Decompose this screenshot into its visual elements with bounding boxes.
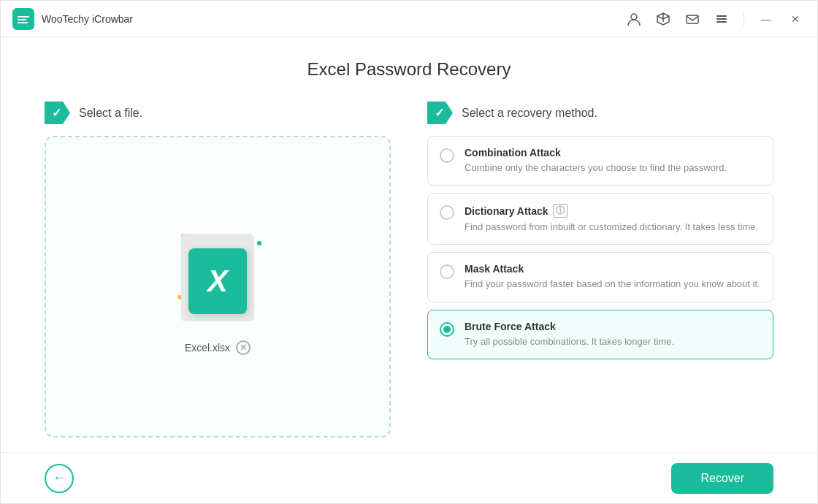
svg-rect-4 (687, 15, 698, 23)
titlebar-actions: — ✕ (624, 9, 806, 29)
close-button[interactable]: ✕ (785, 9, 806, 29)
back-button[interactable]: ← (45, 464, 74, 493)
method-info-dictionary: Dictionary AttackⓘFind password from inb… (465, 204, 758, 234)
radio-dictionary[interactable] (440, 205, 454, 220)
method-card-brute[interactable]: Brute Force AttackTry all possible combi… (427, 310, 773, 359)
main-content: Excel Password Recovery ✓ Select a file. (1, 37, 817, 452)
excel-icon: X (188, 248, 247, 314)
remove-file-button[interactable]: ✕ (236, 340, 251, 355)
right-panel: ✓ Select a recovery method. Combination … (427, 102, 773, 438)
app-window: WooTechy iCrowbar (0, 0, 818, 504)
method-desc-combination: Combine only the characters you choose t… (465, 161, 727, 175)
file-name-row: Excel.xlsx ✕ (185, 340, 251, 355)
app-logo (12, 8, 34, 30)
footer: ← Recover (1, 452, 817, 503)
svg-rect-2 (18, 22, 28, 23)
svg-rect-5 (716, 15, 727, 17)
method-card-combination[interactable]: Combination AttackCombine only the chara… (427, 136, 773, 186)
radio-mask[interactable] (440, 264, 454, 279)
method-title-dictionary: Dictionary Attackⓘ (465, 204, 758, 218)
titlebar-divider (744, 12, 744, 26)
svg-rect-7 (716, 21, 727, 23)
left-panel: ✓ Select a file. (45, 102, 391, 438)
method-info-mask: Mask AttackFind your password faster bas… (465, 263, 760, 291)
method-title-combination: Combination Attack (465, 147, 727, 159)
mail-icon[interactable] (682, 9, 703, 29)
file-illustration: X (167, 219, 269, 329)
right-section-header: ✓ Select a recovery method. (427, 102, 773, 124)
method-desc-mask: Find your password faster based on the i… (465, 278, 760, 291)
right-step-badge: ✓ (427, 102, 453, 124)
method-desc-brute: Try all possible combinations. It takes … (465, 335, 674, 348)
method-info-combination: Combination AttackCombine only the chara… (465, 147, 727, 175)
method-card-dictionary[interactable]: Dictionary AttackⓘFind password from inb… (427, 193, 773, 245)
method-card-mask[interactable]: Mask AttackFind your password faster bas… (427, 252, 773, 302)
info-icon-dictionary[interactable]: ⓘ (553, 204, 567, 218)
svg-rect-1 (18, 19, 26, 20)
dot-tr (257, 241, 261, 245)
left-section-header: ✓ Select a file. (45, 102, 391, 124)
svg-rect-0 (18, 16, 29, 18)
app-title: WooTechy iCrowbar (42, 13, 624, 25)
person-icon[interactable] (624, 9, 644, 29)
main-row: ✓ Select a file. (45, 102, 773, 438)
radio-combination[interactable] (440, 148, 454, 163)
cube-icon[interactable] (653, 9, 673, 29)
recover-button[interactable]: Recover (671, 463, 773, 494)
left-step-badge: ✓ (45, 102, 70, 124)
file-name: Excel.xlsx (185, 342, 230, 354)
minimize-button[interactable]: — (756, 9, 776, 29)
radio-brute[interactable] (440, 322, 454, 337)
svg-point-3 (631, 14, 637, 20)
radio-inner-brute (443, 326, 451, 333)
right-section-label: Select a recovery method. (462, 107, 597, 120)
left-section-label: Select a file. (79, 107, 142, 120)
method-title-mask: Mask Attack (465, 263, 760, 275)
svg-rect-6 (716, 18, 727, 20)
method-desc-dictionary: Find password from inbuilt or customized… (465, 221, 758, 234)
titlebar: WooTechy iCrowbar (1, 1, 817, 37)
methods-container: Combination AttackCombine only the chara… (427, 136, 773, 367)
file-drop-zone[interactable]: X Excel.xlsx ✕ (45, 136, 391, 438)
page-title: Excel Password Recovery (45, 59, 773, 80)
method-title-brute: Brute Force Attack (465, 321, 674, 332)
method-info-brute: Brute Force AttackTry all possible combi… (465, 321, 674, 348)
menu-icon[interactable] (711, 9, 732, 29)
